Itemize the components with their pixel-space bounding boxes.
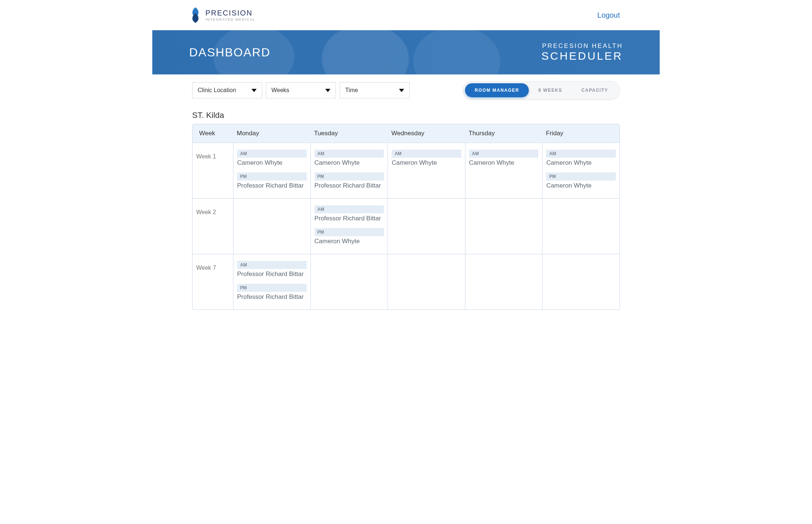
am-assignee: Cameron Whyte bbox=[315, 159, 384, 167]
col-header-monday: Monday bbox=[233, 124, 310, 143]
app-name-top: PRECESION HEALTH bbox=[541, 42, 623, 50]
schedule-cell[interactable]: AMCameron WhytePMProfessor Richard Bitta… bbox=[310, 143, 388, 198]
schedule-table: Week Monday Tuesday Wednesday Thursday F… bbox=[192, 124, 620, 310]
tab-room-manager[interactable]: ROOM MANAGER bbox=[465, 83, 529, 97]
schedule-cell[interactable]: AMProfessor Richard BittarPMProfessor Ri… bbox=[233, 254, 310, 310]
pm-label: PM bbox=[315, 172, 384, 181]
schedule-header-row: Week Monday Tuesday Wednesday Thursday F… bbox=[192, 124, 620, 143]
tab-8-weeks[interactable]: 8 WEEKS bbox=[529, 83, 572, 97]
col-header-wednesday: Wednesday bbox=[388, 124, 465, 143]
am-label: AM bbox=[546, 150, 616, 158]
table-row: Week 1AMCameron WhytePMProfessor Richard… bbox=[192, 143, 620, 198]
page-title: DASHBOARD bbox=[189, 46, 271, 59]
table-row: Week 2AMProfessor Richard BittarPMCamero… bbox=[192, 198, 620, 254]
schedule-cell[interactable] bbox=[310, 254, 388, 310]
pm-assignee: Professor Richard Bittar bbox=[237, 293, 307, 301]
week-label-cell: Week 7 bbox=[192, 254, 233, 310]
col-header-tuesday: Tuesday bbox=[310, 124, 388, 143]
pm-assignee: Cameron Whyte bbox=[546, 182, 616, 189]
pm-label: PM bbox=[546, 172, 616, 181]
schedule-cell[interactable] bbox=[465, 254, 542, 310]
chevron-down-icon bbox=[325, 89, 330, 92]
col-header-week: Week bbox=[192, 124, 233, 143]
am-assignee: Cameron Whyte bbox=[546, 159, 616, 167]
schedule-cell[interactable] bbox=[542, 254, 620, 310]
col-header-thursday: Thursday bbox=[465, 124, 542, 143]
schedule-cell[interactable] bbox=[465, 199, 542, 254]
schedule-cell[interactable] bbox=[388, 199, 465, 254]
brand-logo-icon bbox=[189, 7, 202, 24]
pm-label: PM bbox=[237, 172, 307, 181]
pm-assignee: Cameron Whyte bbox=[315, 238, 384, 245]
am-assignee: Cameron Whyte bbox=[237, 159, 307, 167]
topbar: PRECISION INTEGRATED MEDICAL Logout bbox=[152, 0, 660, 30]
schedule-cell[interactable] bbox=[388, 254, 465, 310]
time-dropdown[interactable]: Time bbox=[340, 82, 410, 98]
logout-link[interactable]: Logout bbox=[594, 10, 623, 21]
chevron-down-icon bbox=[251, 89, 257, 92]
am-assignee: Professor Richard Bittar bbox=[315, 215, 384, 222]
am-label: AM bbox=[315, 205, 384, 213]
brand-subtitle: INTEGRATED MEDICAL bbox=[205, 18, 256, 21]
weeks-label: Weeks bbox=[271, 87, 289, 94]
time-label: Time bbox=[345, 87, 358, 94]
am-assignee: Cameron Whyte bbox=[392, 159, 461, 167]
chevron-down-icon bbox=[399, 89, 404, 92]
pm-label: PM bbox=[315, 228, 384, 236]
am-label: AM bbox=[237, 150, 307, 158]
view-tab-group: ROOM MANAGER 8 WEEKS CAPACITY bbox=[463, 81, 620, 99]
schedule-cell[interactable] bbox=[233, 199, 310, 254]
am-label: AM bbox=[469, 150, 539, 158]
brand-text: PRECISION INTEGRATED MEDICAL bbox=[205, 9, 256, 21]
pm-assignee: Professor Richard Bittar bbox=[315, 182, 384, 189]
app-name-main: SCHEDULER bbox=[541, 50, 623, 62]
schedule-cell[interactable]: AMCameron WhytePMProfessor Richard Bitta… bbox=[233, 143, 310, 198]
tab-capacity[interactable]: CAPACITY bbox=[572, 83, 618, 97]
week-label-cell: Week 1 bbox=[192, 143, 233, 198]
am-label: AM bbox=[392, 150, 461, 158]
schedule-cell[interactable]: AMCameron Whyte bbox=[465, 143, 542, 198]
clinic-location-dropdown[interactable]: Clinic Location bbox=[192, 82, 262, 98]
clinic-location-label: Clinic Location bbox=[198, 87, 236, 94]
am-label: AM bbox=[315, 150, 384, 158]
pm-assignee: Professor Richard Bittar bbox=[237, 182, 307, 189]
col-header-friday: Friday bbox=[542, 124, 620, 143]
pm-label: PM bbox=[237, 284, 307, 292]
brand-name: PRECISION bbox=[205, 9, 256, 17]
schedule-cell[interactable]: AMCameron WhytePMCameron Whyte bbox=[542, 143, 620, 198]
brand: PRECISION INTEGRATED MEDICAL bbox=[189, 7, 256, 24]
controls-row: Clinic Location Weeks Time ROOM MANAGER … bbox=[185, 74, 627, 103]
am-assignee: Cameron Whyte bbox=[469, 159, 539, 167]
weeks-dropdown[interactable]: Weeks bbox=[266, 82, 336, 98]
week-label-cell: Week 2 bbox=[192, 199, 233, 254]
location-heading: ST. Kilda bbox=[185, 103, 627, 124]
hero-banner: DASHBOARD PRECESION HEALTH SCHEDULER bbox=[152, 30, 660, 74]
schedule-cell[interactable]: AMCameron Whyte bbox=[388, 143, 465, 198]
schedule-cell[interactable] bbox=[542, 199, 620, 254]
schedule-cell[interactable]: AMProfessor Richard BittarPMCameron Whyt… bbox=[310, 199, 388, 254]
dropdown-group: Clinic Location Weeks Time bbox=[192, 82, 410, 98]
am-label: AM bbox=[237, 261, 307, 269]
table-row: Week 7AMProfessor Richard BittarPMProfes… bbox=[192, 254, 620, 310]
am-assignee: Professor Richard Bittar bbox=[237, 270, 307, 278]
